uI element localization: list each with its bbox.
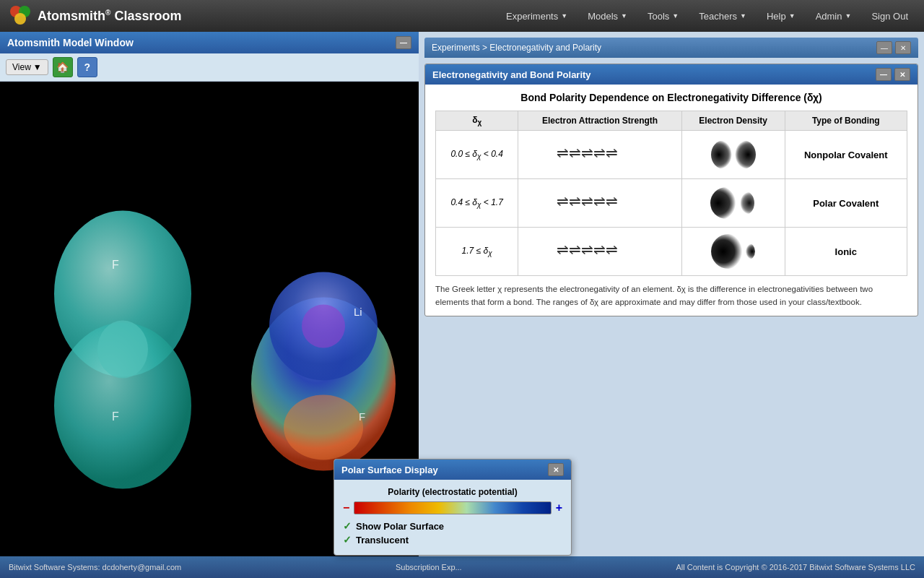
models-menu[interactable]: Models▼ [580,7,635,25]
translucent-label: Translucent [356,535,409,545]
footer-left: Bitwixt Software Systems: dcdoherty@gmai… [9,563,181,571]
svg-text:⇌⇌⇌⇌⇌: ⇌⇌⇌⇌⇌ [557,241,618,257]
model-window-title-text: Atomsmith Model Window [7,37,134,48]
view-dropdown[interactable]: View ▼ [6,59,48,75]
breadcrumb-bar: Experiments > Electronegativity and Pola… [424,38,918,58]
en-close-button[interactable]: ✕ [894,68,910,81]
delta-nonpolar: 0.0 ≤ δχ < 0.4 [436,131,518,179]
breadcrumb-minimize[interactable]: — [876,41,892,54]
model-window-titlebar: Atomsmith Model Window — [0,32,419,53]
polarity-gradient-bar [354,501,551,514]
polar-content: Polarity (electrostatic potential) − + ✓… [334,480,571,555]
svg-point-9 [284,395,363,460]
svg-text:⇌⇌⇌⇌⇌: ⇌⇌⇌⇌⇌ [557,144,618,160]
col-electron-density: Electron Density [681,111,785,131]
home-button[interactable]: 🏠 [53,57,73,77]
arrows-ionic: ⇌⇌⇌⇌⇌ [518,228,682,276]
bonding-polar: Polar Covalent [785,179,907,228]
arrows-polar: ⇌⇌⇌⇌⇌ [518,179,682,228]
show-polar-checkmark[interactable]: ✓ [343,520,352,532]
polarity-minus: − [343,501,349,514]
density-polar [681,179,785,228]
breadcrumb-close[interactable]: ✕ [895,41,911,54]
app-logo [9,4,32,27]
svg-text:⇌⇌⇌⇌⇌: ⇌⇌⇌⇌⇌ [557,193,618,209]
svg-text:F: F [359,410,365,423]
top-navigation: Atomsmith® Classroom Experiments▼ Models… [0,0,924,32]
svg-point-22 [741,243,755,260]
logo-area: Atomsmith® Classroom [9,4,181,27]
breadcrumb-text: Experiments > Electronegativity and Pola… [432,43,601,53]
en-table: δχ Electron Attraction Strength Electron… [435,111,907,276]
svg-text:Li: Li [354,306,362,318]
en-window: Electronegativity and Bond Polarity — ✕ … [424,64,918,316]
bonding-nonpolar: Nonpolar Covalent [785,131,907,179]
app-title: Atomsmith® Classroom [38,9,181,24]
en-minimize-button[interactable]: — [876,68,892,81]
col-electron-attraction: Electron Attraction Strength [518,111,682,131]
model-window-controls: — [396,36,411,49]
density-nonpolar [681,131,785,179]
polar-title-text: Polar Surface Display [341,465,438,475]
polarity-bar-row: − + [343,501,562,514]
table-row: 1.7 ≤ δχ ⇌⇌⇌⇌⇌ [436,228,907,276]
density-ionic [681,228,785,276]
svg-point-2 [14,13,26,25]
polar-titlebar: Polar Surface Display ✕ [334,460,571,480]
show-polar-row: ✓ Show Polar Surface [343,520,562,532]
model-toolbar: View ▼ 🏠 ? [0,53,419,82]
arrows-nonpolar: ⇌⇌⇌⇌⇌ [518,131,682,179]
svg-point-19 [734,191,754,215]
tools-menu[interactable]: Tools▼ [640,7,686,25]
admin-menu[interactable]: Admin▼ [808,7,859,25]
teachers-menu[interactable]: Teachers▼ [692,7,754,25]
col-delta: δχ [436,111,518,131]
delta-ionic: 1.7 ≤ δχ [436,228,518,276]
polar-close-button[interactable]: ✕ [548,463,564,476]
footer-right: All Content is Copyright © 2016-2017 Bit… [676,563,915,571]
help-menu[interactable]: Help▼ [759,7,803,25]
experiments-menu[interactable]: Experiments▼ [499,7,575,25]
svg-point-11 [302,305,345,348]
table-row: 0.0 ≤ δχ < 0.4 ⇌⇌⇌⇌⇌ [436,131,907,179]
en-description: The Greek letter χ represents the electr… [435,283,907,309]
signout-button[interactable]: Sign Out [864,7,915,25]
en-main-heading: Bond Polarity Dependence on Electronegat… [435,92,907,103]
help-button[interactable]: ? [77,57,97,77]
svg-point-21 [711,234,746,269]
svg-point-5 [97,321,148,379]
en-title-text: Electronegativity and Bond Polarity [432,69,591,80]
translucent-row: ✓ Translucent [343,534,562,545]
polarity-label: Polarity (electrostatic potential) [343,487,562,497]
footer: Bitwixt Software Systems: dcdoherty@gmai… [0,556,924,578]
svg-text:F: F [112,259,119,271]
table-row: 0.4 ≤ δχ < 1.7 ⇌⇌⇌⇌⇌ [436,179,907,228]
en-content: Bond Polarity Dependence on Electronegat… [425,85,918,316]
show-polar-label: Show Polar Surface [356,521,444,532]
en-titlebar: Electronegativity and Bond Polarity — ✕ [425,64,918,85]
model-minimize-button[interactable]: — [396,36,411,49]
svg-text:F: F [112,410,119,423]
col-bonding-type: Type of Bonding [785,111,907,131]
polarity-plus: + [556,501,562,514]
translucent-checkmark[interactable]: ✓ [343,534,352,545]
bonding-ionic: Ionic [785,228,907,276]
polar-display-panel: Polar Surface Display ✕ Polarity (electr… [334,459,572,556]
svg-point-16 [730,140,756,169]
delta-polar: 0.4 ≤ δχ < 1.7 [436,179,518,228]
footer-middle: Subscription Exp... [396,563,462,571]
